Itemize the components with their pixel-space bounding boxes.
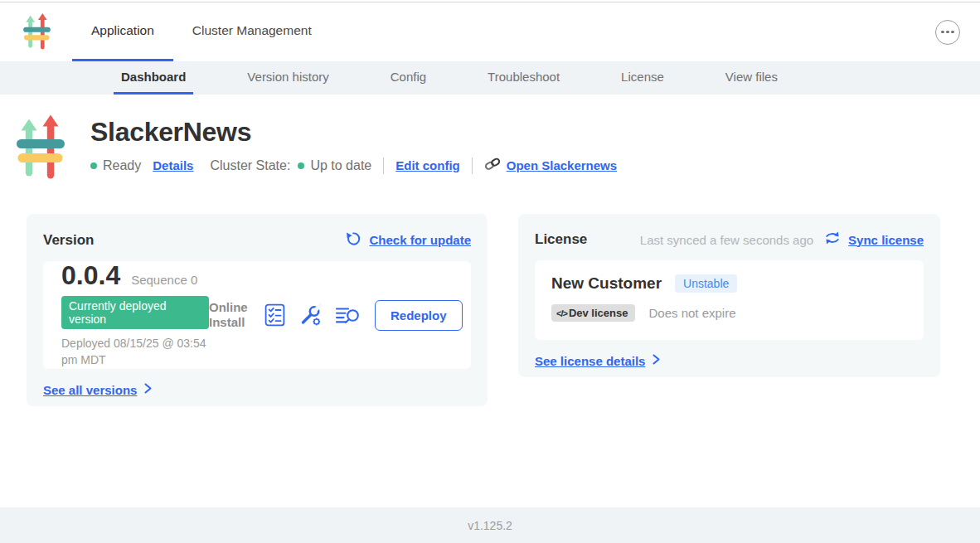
console-version: v1.125.2 <box>468 519 512 532</box>
version-number: 0.0.4 <box>61 262 120 288</box>
app-status-text: Ready <box>103 158 141 173</box>
customer-name: New Customer <box>551 274 662 293</box>
license-card: License Last synced a few seconds ago Sy… <box>518 214 940 377</box>
version-sequence: Sequence 0 <box>131 273 197 287</box>
preflight-checks-icon[interactable] <box>264 303 285 327</box>
license-expiry-text: Does not expire <box>648 306 735 320</box>
subnav-item-version-history[interactable]: Version history <box>240 61 336 95</box>
open-app-link[interactable]: Open Slackernews <box>507 158 617 172</box>
last-synced-text: Last synced a few seconds ago <box>640 233 813 247</box>
config-wrench-icon[interactable] <box>298 303 323 327</box>
chevron-right-icon <box>143 382 153 398</box>
divider <box>383 158 384 174</box>
chain-link-icon <box>484 157 502 174</box>
deployed-timestamp: Deployed 08/15/25 @ 03:54 pm MDT <box>61 336 209 368</box>
cluster-state-text: Up to date <box>310 158 371 173</box>
top-header: Application Cluster Management <box>0 2 980 61</box>
license-type-label: Dev license <box>569 307 628 319</box>
tab-application-label: Application <box>91 23 154 38</box>
subnav-item-dashboard[interactable]: Dashboard <box>114 61 193 95</box>
more-menu-button[interactable] <box>935 20 960 45</box>
app-logo-icon <box>23 13 51 53</box>
dashboard-cards: Version Check for update 0.0.4 Sequ <box>27 214 940 406</box>
license-card-title: License <box>535 231 587 248</box>
code-icon: </> <box>556 308 567 318</box>
status-details-link[interactable]: Details <box>153 158 193 172</box>
app-header: SlackerNews Ready Details Cluster State:… <box>17 114 960 183</box>
tab-cluster-management-label: Cluster Management <box>192 23 312 38</box>
version-card: Version Check for update 0.0.4 Sequ <box>27 214 488 406</box>
license-type-badge: </> Dev license <box>551 304 635 322</box>
main-content: SlackerNews Ready Details Cluster State:… <box>0 95 980 406</box>
tab-application[interactable]: Application <box>72 2 173 61</box>
tab-cluster-management[interactable]: Cluster Management <box>173 2 331 61</box>
divider <box>472 158 473 174</box>
subnav-item-config[interactable]: Config <box>383 61 434 95</box>
current-version-panel: 0.0.4 Sequence 0 Currently deployed vers… <box>43 261 471 369</box>
channel-badge: Unstable <box>675 274 737 293</box>
header-tabs: Application Cluster Management <box>72 2 331 61</box>
page-title: SlackerNews <box>90 117 617 148</box>
app-subnav: Dashboard Version history Config Trouble… <box>0 61 980 95</box>
subnav-item-view-files[interactable]: View files <box>718 61 785 95</box>
see-all-versions-link[interactable]: See all versions <box>43 383 137 397</box>
sync-license-link[interactable]: Sync license <box>848 233 924 247</box>
edit-config-link[interactable]: Edit config <box>395 158 460 172</box>
subnav-item-license[interactable]: License <box>614 61 672 95</box>
open-app-link-wrap[interactable]: Open Slackernews <box>484 157 617 174</box>
view-files-search-icon[interactable] <box>335 303 361 327</box>
version-card-title: Version <box>43 232 94 249</box>
cluster-state-dot <box>298 162 304 169</box>
check-for-update-link[interactable]: Check for update <box>369 233 471 247</box>
subnav-item-troubleshoot[interactable]: Troubleshoot <box>480 61 567 95</box>
refresh-icon <box>346 230 361 250</box>
redeploy-button[interactable]: Redeploy <box>375 300 463 331</box>
cluster-state-label: Cluster State: <box>210 158 290 173</box>
ellipsis-icon <box>941 31 944 34</box>
see-license-details-link[interactable]: See license details <box>535 354 645 368</box>
chevron-right-icon <box>652 353 661 369</box>
app-logo-large-icon <box>17 114 65 183</box>
footer-bar: v1.125.2 <box>0 507 980 543</box>
install-type-label: Online Install <box>209 300 252 330</box>
app-status-dot <box>90 162 97 169</box>
license-details-panel: New Customer Unstable </> Dev license Do… <box>535 260 924 340</box>
deployed-status-badge: Currently deployed version <box>61 296 209 329</box>
app-status-row: Ready Details Cluster State: Up to date … <box>90 157 617 174</box>
sync-arrows-icon <box>824 230 841 249</box>
